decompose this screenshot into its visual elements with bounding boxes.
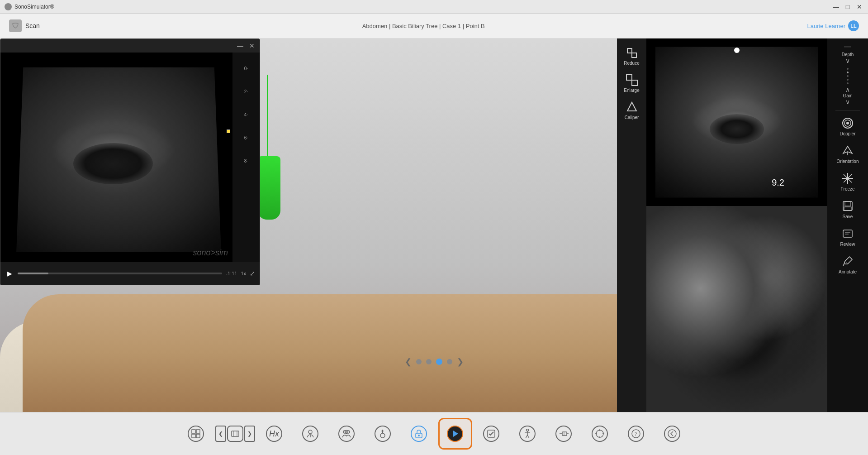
depth-dots [847,68,849,84]
svg-rect-53 [562,432,567,436]
svg-point-40 [380,433,385,438]
svg-point-63 [668,430,676,438]
crosshair-tool[interactable] [583,418,617,450]
svg-line-26 [845,261,848,264]
nav-dot-4[interactable] [447,359,452,364]
group-tool[interactable] [330,418,364,450]
enlarge-tool[interactable]: Enlarge [617,70,646,96]
gain-chevron-up[interactable]: ∧ [845,86,850,93]
checklist-icon [483,426,499,442]
us-play-button[interactable]: ▶ [5,269,14,278]
group-icon [338,426,355,442]
image-next-button[interactable]: ❯ [244,426,255,442]
enlarge-label: Enlarge [624,88,639,93]
depth-minus-button[interactable]: — [844,43,851,50]
svg-line-27 [843,264,844,266]
ruler-6: 6· [244,135,248,140]
mannequin-icon [519,426,536,442]
scan-label[interactable]: Scan [25,22,40,29]
sonosim-watermark: sono>sim [193,248,228,258]
depth-chevron-down[interactable]: ∨ [845,57,850,64]
us-popup-close[interactable]: ✕ [248,42,256,50]
grid-tool[interactable] [179,418,213,450]
gain-label: Gain [843,93,852,98]
ruler-2: 2· [244,89,248,94]
svg-rect-29 [196,430,200,433]
svg-rect-32 [232,431,239,436]
us-expand-button[interactable]: ⤢ [250,270,255,277]
orientation-label: Orientation [837,159,859,164]
annotate-control[interactable]: Annotate [827,251,868,277]
svg-rect-21 [845,201,850,206]
us-ultrasound-image [5,57,232,262]
minimize-button[interactable]: — [832,3,840,11]
us-popup-minimize[interactable]: — [236,42,244,50]
caliper-tool[interactable]: Caliper [617,97,646,124]
depth-label: Depth [842,52,854,57]
patient-tool[interactable] [294,418,327,450]
image-nav-group: ❮ ❯ [215,426,255,442]
us-main-orientation-dot [734,48,740,53]
orientation-control[interactable]: Orientation [827,141,868,167]
caliper-icon [626,101,638,114]
breadcrumb: Abdomen | Basic Biliary Tree | Case 1 | … [362,23,485,29]
us-ruler: 0· 2· 4· 6· 8· [232,53,260,262]
svg-rect-28 [192,430,195,433]
bottom-toolbar: ❮ ❯ Hx [0,412,868,455]
help-tool[interactable]: ? [619,418,653,450]
nav-next-button[interactable]: ❯ [457,357,464,367]
freeze-control[interactable]: Freeze [827,168,868,194]
nav-prev-button[interactable]: ❮ [405,357,412,367]
main-area: — ✕ 0· 2· 4· 6· 8· sono>sim ▶ -1:11 [0,38,868,412]
injection-icon [555,426,572,442]
orientation-icon [840,144,855,158]
play-icon [447,426,463,442]
us-speed[interactable]: 1x [241,271,246,276]
save-control[interactable]: Save [827,196,868,222]
history-icon: Hx [266,426,282,442]
image-nav-icon[interactable] [227,426,243,442]
back-tool[interactable] [655,418,689,450]
svg-point-39 [345,431,348,434]
freeze-icon [840,171,855,186]
gain-chevron-down[interactable]: ∨ [845,98,850,105]
lock-tool[interactable] [402,418,436,450]
probe-tool[interactable] [366,418,400,450]
us-popup-titlebar: — ✕ [0,39,260,53]
maximize-button[interactable]: □ [844,3,852,11]
us-popup-window: — ✕ 0· 2· 4· 6· 8· sono>sim ▶ -1:11 [0,38,260,285]
scan-icon [9,19,22,32]
us-image-area[interactable] [0,53,232,262]
us-dark-region [73,143,153,184]
injection-tool[interactable] [547,418,581,450]
us-cursor[interactable] [126,147,135,156]
image-prev-button[interactable]: ❮ [215,426,226,442]
annotate-icon [840,254,855,268]
svg-rect-30 [192,434,195,438]
nav-dot-2[interactable] [426,359,432,364]
us-timeline[interactable] [18,273,222,274]
doppler-label: Doppler [840,131,855,136]
checklist-tool[interactable] [474,418,508,450]
side-toolbar: Reduce Enlarge Caliper [617,38,646,412]
doppler-control[interactable]: Doppler [827,113,868,139]
svg-rect-31 [196,434,200,438]
history-tool[interactable]: Hx [257,418,291,450]
review-control[interactable]: Review [827,224,868,249]
us-main-display[interactable]: 9.2 [646,38,827,206]
app-title: SonoSimulator® [14,4,54,10]
nav-dot-1[interactable] [416,359,422,364]
reduce-tool[interactable]: Reduce [617,43,646,69]
nav-dot-3[interactable] [436,359,442,365]
user-menu[interactable]: Laurie Learner LL [807,20,859,31]
svg-point-56 [596,430,603,437]
close-button[interactable]: ✕ [855,3,863,11]
mannequin-tool[interactable] [511,418,545,450]
play-tool[interactable] [438,418,472,450]
depth-value: 9.2 [772,177,784,188]
help-icon: ? [628,426,644,442]
svg-marker-45 [453,431,458,437]
controls-divider-1 [835,110,860,110]
us-main-dark [710,114,764,144]
user-avatar: LL [848,20,859,31]
